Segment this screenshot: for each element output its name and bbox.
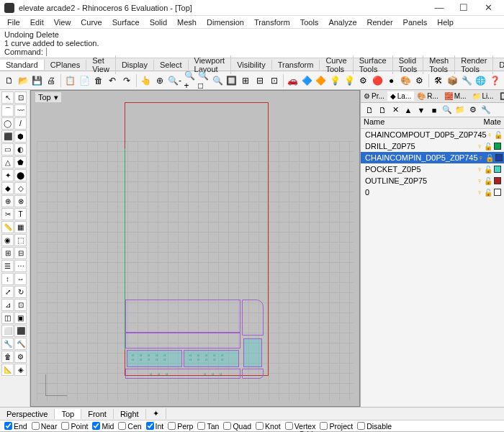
left-tool-35[interactable]: ▣ bbox=[14, 312, 27, 324]
toolbar-tab-solid-tools[interactable]: Solid Tools bbox=[393, 55, 424, 74]
left-tool-10[interactable]: △ bbox=[1, 156, 14, 168]
menu-panels[interactable]: Panels bbox=[399, 17, 432, 27]
left-tool-33[interactable]: ⊡ bbox=[14, 299, 27, 311]
toolbar-tab-standard[interactable]: Standard bbox=[0, 60, 45, 70]
left-tool-29[interactable]: ↔ bbox=[14, 273, 27, 285]
layer-toolbar-button-6[interactable]: 🔍 bbox=[441, 104, 453, 116]
left-tool-4[interactable]: ◯ bbox=[1, 117, 14, 130]
left-tool-32[interactable]: ⊿ bbox=[1, 299, 14, 311]
left-tool-15[interactable]: ◇ bbox=[14, 182, 27, 194]
maximize-button[interactable]: ☐ bbox=[452, 1, 475, 15]
left-tool-42[interactable]: 📐 bbox=[1, 364, 14, 376]
toolbar-tab-draftin[interactable]: Draftin bbox=[493, 60, 504, 70]
layer-toolbar-button-0[interactable]: 🗋 bbox=[364, 104, 375, 116]
lock-icon[interactable]: 🔓 bbox=[494, 131, 503, 139]
bulb-icon[interactable]: ♀ bbox=[477, 176, 482, 185]
layer-color-swatch[interactable] bbox=[494, 166, 501, 173]
toolbar-tab-transform[interactable]: Transform bbox=[272, 60, 320, 70]
toolbar-button-23[interactable]: 🔷 bbox=[301, 73, 314, 88]
toolbar-button-18[interactable]: ⊞ bbox=[240, 73, 253, 88]
osnap-tan[interactable]: Tan bbox=[197, 422, 219, 431]
menu-help[interactable]: Help bbox=[433, 17, 458, 27]
layer-toolbar-button-1[interactable]: 🗋 bbox=[377, 104, 388, 116]
layer-toolbar-button-4[interactable]: ▼ bbox=[415, 104, 427, 116]
toolbar-tab-mesh-tools[interactable]: Mesh Tools bbox=[423, 55, 455, 74]
toolbar-tab-cplanes[interactable]: CPlanes bbox=[45, 60, 87, 70]
osnap-perp[interactable]: Perp bbox=[168, 422, 193, 431]
layer-color-swatch[interactable] bbox=[494, 177, 501, 184]
osnap-checkbox-point[interactable] bbox=[61, 422, 69, 430]
viewport-menu-icon[interactable]: ▾ bbox=[54, 93, 58, 102]
toolbar-button-6[interactable]: 📄 bbox=[78, 73, 91, 88]
bulb-icon[interactable]: ♀ bbox=[477, 142, 482, 150]
menu-analyze[interactable]: Analyze bbox=[324, 17, 361, 27]
osnap-checkbox-end[interactable] bbox=[4, 422, 12, 430]
osnap-end[interactable]: End bbox=[4, 422, 27, 431]
toolbar-button-25[interactable]: 💡 bbox=[329, 73, 342, 88]
panel-tab-3[interactable]: 🧱M... bbox=[441, 91, 469, 101]
osnap-disable[interactable]: Disable bbox=[357, 422, 392, 431]
menu-tools[interactable]: Tools bbox=[296, 17, 323, 27]
lock-icon[interactable]: 🔓 bbox=[484, 166, 492, 174]
left-tool-38[interactable]: 🔧 bbox=[1, 338, 14, 350]
layer-toolbar-button-8[interactable]: ⚙ bbox=[467, 104, 479, 116]
layer-row-chaincompin_d0p5_z0p745[interactable]: CHAINCOMPIN_D0P5_Z0P745♀🔓● bbox=[361, 152, 504, 163]
toolbar-button-27[interactable]: ⚙ bbox=[357, 73, 370, 88]
view-tab-front[interactable]: Front bbox=[81, 409, 114, 419]
panel-tab-4[interactable]: 📁Li... bbox=[469, 91, 497, 101]
view-tab-add-icon[interactable]: ✦ bbox=[146, 408, 166, 419]
left-tool-12[interactable]: ✦ bbox=[1, 169, 14, 181]
left-tool-27[interactable]: ⋯ bbox=[14, 260, 27, 272]
osnap-checkbox-int[interactable] bbox=[146, 422, 154, 430]
menu-edit[interactable]: Edit bbox=[26, 17, 48, 27]
toolbar-button-31[interactable]: ⚙ bbox=[413, 73, 426, 88]
layer-color-swatch[interactable] bbox=[495, 154, 503, 161]
left-tool-9[interactable]: ◐ bbox=[14, 143, 27, 156]
minimize-button[interactable]: — bbox=[428, 1, 451, 15]
menu-solid[interactable]: Solid bbox=[145, 17, 171, 27]
osnap-checkbox-quad[interactable] bbox=[223, 422, 231, 430]
toolbar-button-29[interactable]: ● bbox=[385, 73, 398, 88]
osnap-checkbox-perp[interactable] bbox=[168, 422, 176, 430]
toolbar-button-3[interactable]: 🖨 bbox=[45, 73, 58, 88]
menu-render[interactable]: Render bbox=[363, 17, 397, 27]
left-tool-40[interactable]: 🗑 bbox=[1, 351, 14, 363]
left-tool-2[interactable]: ⌒ bbox=[1, 104, 14, 117]
layer-toolbar-button-5[interactable]: ■ bbox=[428, 104, 440, 116]
toolbar-button-30[interactable]: 🎨 bbox=[399, 73, 412, 88]
toolbar-button-24[interactable]: 🔶 bbox=[315, 73, 328, 88]
left-tool-41[interactable]: ⚙ bbox=[14, 351, 27, 363]
menu-dimension[interactable]: Dimension bbox=[202, 17, 248, 27]
menu-surface[interactable]: Surface bbox=[108, 17, 144, 27]
lock-icon[interactable]: 🔓 bbox=[485, 154, 494, 162]
left-tool-6[interactable]: ⬛ bbox=[1, 130, 14, 143]
osnap-checkbox-near[interactable] bbox=[32, 422, 40, 430]
viewport-top[interactable]: Top ▾ o o o o oo o o o o o o o o oo o o … bbox=[30, 90, 360, 407]
osnap-checkbox-tan[interactable] bbox=[197, 422, 205, 430]
toolbar-button-35[interactable]: 🔧 bbox=[460, 73, 473, 88]
lock-icon[interactable]: 🔓 bbox=[484, 177, 492, 185]
left-tool-13[interactable]: ⬤ bbox=[14, 169, 27, 181]
osnap-quad[interactable]: Quad bbox=[223, 422, 251, 431]
toolbar-button-26[interactable]: 💡 bbox=[343, 73, 356, 88]
left-tool-34[interactable]: ◫ bbox=[1, 312, 14, 324]
left-tool-11[interactable]: ⬟ bbox=[14, 156, 27, 168]
bulb-icon[interactable]: ♀ bbox=[478, 153, 484, 162]
left-tool-30[interactable]: ⤢ bbox=[1, 286, 14, 298]
toolbar-button-22[interactable]: 🚗 bbox=[287, 73, 300, 88]
left-tool-43[interactable]: ◈ bbox=[14, 364, 27, 376]
toolbar-button-33[interactable]: 🛠 bbox=[432, 73, 445, 88]
viewport-label[interactable]: Top bbox=[38, 93, 51, 102]
toolbar-button-0[interactable]: 🗋 bbox=[3, 73, 16, 88]
layer-color-swatch[interactable] bbox=[494, 189, 501, 196]
left-tool-24[interactable]: ⊞ bbox=[1, 247, 14, 259]
left-tool-31[interactable]: ↻ bbox=[14, 286, 27, 298]
left-tool-22[interactable]: ◉ bbox=[1, 234, 14, 246]
view-tab-top[interactable]: Top bbox=[55, 409, 81, 419]
view-tab-right[interactable]: Right bbox=[114, 409, 146, 419]
osnap-checkbox-vertex[interactable] bbox=[285, 422, 293, 430]
toolbar-tab-curve-tools[interactable]: Curve Tools bbox=[320, 55, 353, 74]
close-button[interactable]: ✕ bbox=[477, 1, 500, 15]
toolbar-button-19[interactable]: ⊟ bbox=[253, 73, 266, 88]
left-tool-14[interactable]: ◆ bbox=[1, 182, 14, 194]
